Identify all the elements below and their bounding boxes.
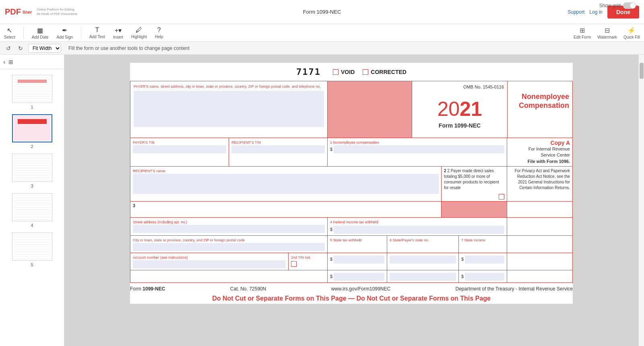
content-area[interactable]: 7171 VOID CORRECTED: [64, 55, 638, 346]
copy-a-cell: Copy A For Internal Revenue Service Cent…: [507, 138, 572, 166]
page-thumb-4[interactable]: 4: [0, 191, 64, 230]
page-thumbnail-3: [12, 154, 52, 182]
select-tool[interactable]: ↖ Select: [4, 27, 15, 39]
text-icon: T: [95, 27, 99, 34]
show-grid-toggle[interactable]: [623, 2, 636, 9]
copy-a-privacy-cell: For Privacy Act and Paperwork Reduction …: [507, 166, 572, 201]
street-address-input[interactable]: [133, 225, 325, 233]
copy-a-label: Copy A: [510, 140, 570, 146]
quick-fill-tool[interactable]: ⚡ Quick Fill: [623, 27, 640, 39]
page-thumb-3[interactable]: 3: [0, 151, 64, 191]
form-name: Form 1099-NEC: [415, 122, 504, 129]
box6-input2[interactable]: [390, 273, 456, 281]
street-address-cell: Street address (including apt. no.): [130, 217, 328, 235]
box7-dollar-row2: $: [461, 272, 504, 281]
login-link[interactable]: Log in: [589, 9, 603, 15]
help-tool[interactable]: ? Help: [155, 27, 163, 39]
recipient-name-input[interactable]: [133, 174, 439, 194]
corrected-label: CORRECTED: [363, 69, 407, 75]
account-input[interactable]: [133, 260, 286, 268]
box3-num: 3: [133, 203, 135, 208]
box5-value-cell2: $: [328, 270, 387, 282]
barcode-display: 7171: [296, 67, 321, 77]
sidebar-toggle: ‹ ⊞: [0, 55, 64, 69]
highlight-tool[interactable]: 🖊 Highlight: [131, 27, 147, 39]
box5-input1[interactable]: [334, 255, 384, 264]
add-text-tool[interactable]: T Add Text: [89, 27, 105, 39]
box4-input[interactable]: [334, 226, 504, 234]
footer-cat: Cat. No. 72590N: [230, 286, 266, 292]
document-title: Form 1099-NEC: [303, 9, 341, 15]
box7-dollar-row1: $: [461, 255, 504, 264]
direct-sales-checkbox[interactable]: [499, 194, 504, 200]
show-grid-control: Show grid: [599, 2, 636, 9]
box1-input-row: $: [330, 145, 504, 153]
box6-value-cell: [387, 253, 459, 270]
redo-button[interactable]: ↻: [16, 44, 25, 52]
scrollbar-thumb[interactable]: [640, 63, 644, 79]
cut-warning: Do Not Cut or Separate Forms on This Pag…: [130, 293, 573, 304]
separator: [23, 27, 24, 39]
add-date-tool[interactable]: ▦ Add Date: [32, 27, 49, 39]
recipient-tin-input[interactable]: [231, 145, 325, 153]
box5-value-cell: $: [328, 253, 387, 270]
city-input[interactable]: [133, 243, 325, 251]
barcode-text: 7171: [296, 67, 321, 77]
box5-dollar1: $: [330, 257, 332, 262]
payer-name-label: PAYER'S name, street address, city or to…: [134, 84, 321, 89]
recipient-tin-label: RECIPIENT'S TIN: [231, 140, 261, 144]
blank-cell2: [130, 270, 328, 282]
tin2nd-checkbox[interactable]: [291, 261, 297, 267]
show-grid-label: Show grid: [599, 3, 621, 8]
box6-input1[interactable]: [390, 255, 456, 264]
city-copy: [507, 235, 572, 253]
logo-tagline: Online Platform for EditingAll Kinds of …: [37, 8, 77, 16]
page-thumb-1[interactable]: 1: [0, 72, 64, 112]
box7-input1[interactable]: [465, 255, 504, 264]
undo-button[interactable]: ↺: [4, 44, 13, 52]
void-checkbox[interactable]: [333, 69, 339, 75]
account-label: Account number (see instructions): [133, 255, 188, 260]
logo: PDF liner Online Platform for EditingAll…: [5, 7, 77, 16]
thumb-inner-1: [14, 76, 51, 101]
form-header: 7171 VOID CORRECTED: [130, 63, 573, 81]
city-label: City or town, state or province, country…: [133, 238, 245, 242]
omb-text: OMB No. 1545-0116: [415, 84, 504, 89]
void-text: VOID: [341, 69, 355, 75]
direct-sales-text: 2 2 Payer made direct sales totaling $5,…: [444, 168, 504, 191]
box5-dollar2: $: [330, 274, 332, 279]
edit-form-tool[interactable]: ⊞ Edit Form: [574, 27, 591, 39]
page-thumb-2[interactable]: 2: [0, 112, 64, 151]
page-number-3: 3: [31, 183, 33, 188]
page-thumb-5[interactable]: 5: [0, 230, 64, 270]
select-icon: ↖: [7, 27, 12, 34]
box5-input2[interactable]: [334, 273, 384, 281]
box1-input[interactable]: [334, 145, 504, 153]
recipient-name-cell: RECIPIENT'S name: [130, 166, 442, 201]
support-link[interactable]: Support: [568, 9, 584, 15]
right-scrollbar[interactable]: [638, 55, 644, 346]
recipient-tin-cell: RECIPIENT'S TIN: [229, 138, 328, 166]
payer-mid-inner: [328, 81, 412, 138]
box1-label: 1 Nonemployee compensation: [330, 140, 379, 144]
box7-dollar1: $: [461, 257, 464, 262]
box5-cell: 5 State tax withheld: [328, 235, 387, 253]
void-label: VOID: [333, 69, 355, 75]
payer-tin-input[interactable]: [133, 145, 226, 153]
add-sign-tool[interactable]: ✒ Add Sign: [57, 27, 73, 39]
insert-tool[interactable]: +▾ Insert: [113, 27, 123, 39]
edit-form-icon: ⊞: [580, 27, 585, 34]
form-table: PAYER'S name, street address, city or to…: [130, 81, 573, 283]
thumb-inner-4: [14, 195, 51, 220]
box7-input2[interactable]: [465, 273, 504, 281]
corrected-checkbox[interactable]: [363, 69, 368, 75]
payer-name-input[interactable]: [134, 91, 324, 127]
box3-left: 3: [130, 201, 442, 217]
page-thumbnail-4: [12, 193, 52, 221]
page-number-2: 2: [31, 144, 33, 149]
thumbnail-view-button[interactable]: ⊞: [8, 59, 13, 65]
watermark-tool[interactable]: ⊟ Watermark: [597, 27, 617, 39]
top-bar: PDF liner Online Platform for EditingAll…: [0, 0, 644, 24]
fit-width-select[interactable]: Fit Width: [28, 44, 61, 53]
sidebar-icons: ⊞: [5, 59, 17, 65]
